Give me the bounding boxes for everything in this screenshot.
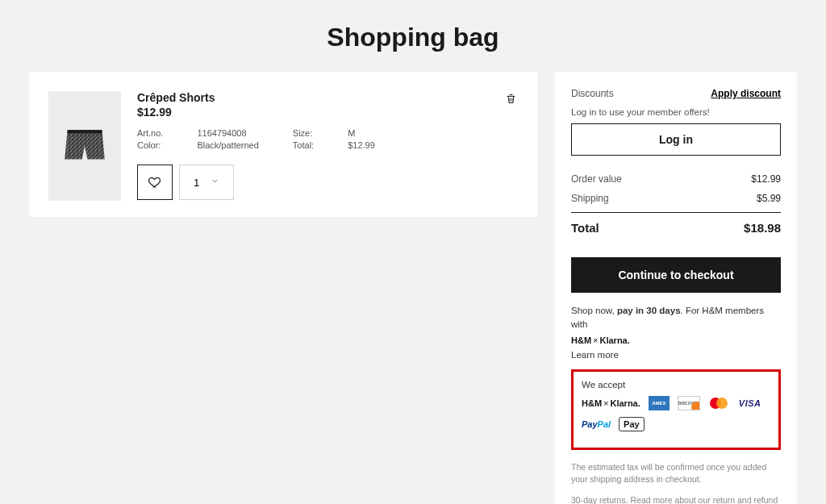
favorite-button[interactable]: [137, 165, 173, 200]
meta-value-color: Black/patterned: [197, 140, 258, 150]
chevron-down-icon: [211, 177, 219, 188]
heart-icon: [148, 175, 162, 190]
hm-klarna-icon: H&M×Klarna.: [582, 398, 640, 408]
cart-item: Crêped Shorts $12.99 Art.no. Color:: [48, 91, 518, 201]
item-controls: 1: [137, 165, 518, 200]
meta-label-size: Size:: [293, 128, 314, 138]
trash-icon: [505, 93, 517, 105]
total-row: Total $18.98: [571, 212, 781, 235]
amex-icon: AMEX: [649, 396, 670, 410]
discounts-label: Discounts: [571, 88, 614, 99]
visa-icon: VISA: [739, 396, 761, 410]
total-value: $18.98: [744, 221, 781, 235]
paypal-icon: PayPal: [582, 417, 611, 431]
item-body: Crêped Shorts $12.99 Art.no. Color:: [137, 91, 518, 200]
quantity-select[interactable]: 1: [179, 165, 234, 200]
pay-later-note: Shop now, pay in 30 days. For H&M member…: [571, 304, 781, 332]
item-top-row: Crêped Shorts $12.99: [137, 91, 518, 119]
discover-icon: DISCOVER: [678, 396, 700, 410]
we-accept-box: We accept H&M×Klarna. AMEX DISCOVER VISA…: [571, 369, 781, 450]
hm-klarna-badge: H&M×Klarna.: [571, 335, 781, 345]
shipping-value: $5.99: [757, 193, 781, 204]
item-meta: Art.no. Color: 1164794008 Black/patterne…: [137, 128, 518, 150]
login-button[interactable]: Log in: [571, 123, 781, 156]
returns-note: 30-day returns. Read more about our retu…: [571, 494, 781, 504]
product-thumbnail[interactable]: [48, 91, 121, 201]
payment-icons-row-2: PayPal Pay: [582, 417, 770, 431]
shipping-label: Shipping: [571, 193, 609, 204]
we-accept-label: We accept: [582, 380, 770, 389]
quantity-value: 1: [194, 177, 199, 189]
learn-more-link[interactable]: Learn more: [571, 350, 781, 360]
total-label: Total: [571, 221, 599, 235]
order-value: $12.99: [751, 173, 781, 185]
shorts-image-icon: [58, 119, 111, 173]
meta-value-artno: 1164794008: [197, 128, 258, 138]
summary-panel: Discounts Apply discount Log in to use y…: [555, 72, 797, 504]
meta-value-size: M: [348, 128, 375, 138]
page-title: Shopping bag: [0, 0, 826, 72]
meta-label-artno: Art.no.: [137, 128, 163, 138]
main-container: Crêped Shorts $12.99 Art.no. Color:: [0, 72, 826, 504]
order-value-label: Order value: [571, 173, 622, 185]
item-title: Crêped Shorts: [137, 91, 215, 104]
mastercard-icon: [708, 396, 731, 410]
cart-panel: Crêped Shorts $12.99 Art.no. Color:: [29, 72, 537, 217]
item-price: $12.99: [137, 106, 215, 119]
meta-value-total: $12.99: [348, 140, 375, 150]
remove-item-button[interactable]: [503, 91, 518, 106]
login-message: Log in to use your member offers!: [571, 107, 781, 117]
svg-rect-4: [68, 130, 102, 133]
applepay-icon: Pay: [619, 417, 645, 431]
checkout-button[interactable]: Continue to checkout: [571, 257, 781, 293]
apply-discount-link[interactable]: Apply discount: [711, 88, 781, 99]
meta-label-color: Color:: [137, 140, 163, 150]
meta-label-total: Total:: [293, 140, 314, 150]
payment-icons-row-1: H&M×Klarna. AMEX DISCOVER VISA: [582, 396, 770, 410]
tax-note: The estimated tax will be confirmed once…: [571, 461, 781, 487]
